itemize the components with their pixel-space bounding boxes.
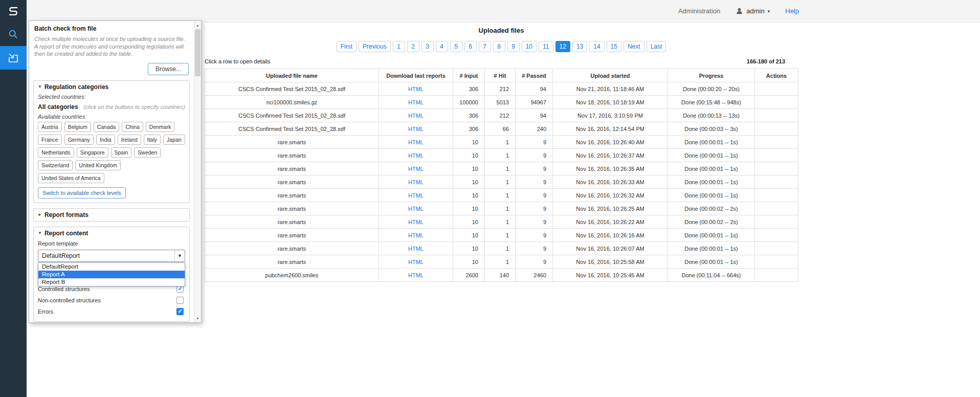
cell-actions <box>755 255 798 269</box>
page-button-next[interactable]: Next <box>623 41 644 52</box>
cell-passed: 94 <box>516 109 553 122</box>
country-button-france[interactable]: France <box>38 135 62 145</box>
page-button-1[interactable]: 1 <box>393 41 405 52</box>
dropdown-option-report-a[interactable]: Report A <box>38 271 185 278</box>
page-button-5[interactable]: 5 <box>450 41 462 52</box>
sidebar-item-batch-check[interactable] <box>0 46 27 70</box>
page-button-14[interactable]: 14 <box>589 41 604 52</box>
country-button-denmark[interactable]: Denmark <box>146 122 175 132</box>
download-html-link[interactable]: HTML <box>408 272 424 278</box>
country-button-sweden[interactable]: Sweden <box>134 147 161 158</box>
table-row[interactable]: rare.smartsHTML1019Nov 16, 2016, 10:26:2… <box>205 215 798 229</box>
cell-passed: 9 <box>516 136 553 149</box>
table-row[interactable]: rare.smartsHTML1019Nov 16, 2016, 10:26:3… <box>205 149 798 162</box>
report-formats-header[interactable]: ► Report formats <box>38 211 185 218</box>
cell-passed: 2460 <box>516 269 553 282</box>
page-button-13[interactable]: 13 <box>572 41 587 52</box>
user-menu[interactable]: admin ▾ <box>736 7 770 15</box>
page-button-previous[interactable]: Previous <box>359 41 391 52</box>
download-html-link[interactable]: HTML <box>408 259 424 265</box>
page-button-11[interactable]: 11 <box>539 41 553 52</box>
table-row[interactable]: rare.smartsHTML1019Nov 16, 2016, 10:26:1… <box>205 229 798 242</box>
country-button-germany[interactable]: Germany <box>64 135 94 145</box>
download-html-link[interactable]: HTML <box>408 246 424 252</box>
report-template-options: DefaultReportReport AReport B <box>38 262 185 286</box>
table-row[interactable]: rare.smartsHTML1019Nov 16, 2016, 10:26:0… <box>205 242 798 255</box>
download-html-link[interactable]: HTML <box>408 232 424 238</box>
page-button-2[interactable]: 2 <box>407 41 419 52</box>
help-link[interactable]: Help <box>785 7 799 15</box>
dropdown-option-report-b[interactable]: Report B <box>38 278 185 286</box>
page-button-first[interactable]: First <box>337 41 357 52</box>
country-button-japan[interactable]: Japan <box>163 135 185 145</box>
table-row[interactable]: pubchem2600.smilesHTML26001402460Nov 16,… <box>205 269 798 282</box>
download-html-link[interactable]: HTML <box>408 179 424 185</box>
download-html-link[interactable]: HTML <box>408 113 424 119</box>
page-button-10[interactable]: 10 <box>522 41 537 52</box>
table-row[interactable]: CSCS Confirmed Test Set 2015_02_28.sdfHT… <box>205 122 798 136</box>
regulation-categories-header[interactable]: ▼ Regulation categories <box>38 83 185 91</box>
report-content-header[interactable]: ▼ Report content <box>38 230 185 237</box>
download-html-link[interactable]: HTML <box>408 166 424 172</box>
checkbox-errors[interactable]: ✓ <box>176 308 184 315</box>
page-button-7[interactable]: 7 <box>479 41 491 52</box>
country-button-united-kingdom[interactable]: United Kingdom <box>75 160 121 170</box>
country-button-belgium[interactable]: Belgium <box>64 122 91 132</box>
page-button-3[interactable]: 3 <box>421 41 434 52</box>
country-button-spain[interactable]: Spain <box>111 147 132 158</box>
sidebar-item-search[interactable] <box>0 23 27 46</box>
page-button-15[interactable]: 15 <box>607 41 621 52</box>
page-button-8[interactable]: 8 <box>493 41 505 52</box>
dropdown-option-defaultreport[interactable]: DefaultReport <box>38 263 185 271</box>
download-html-link[interactable]: HTML <box>408 126 424 132</box>
download-html-link[interactable]: HTML <box>408 206 424 212</box>
cell-report: HTML <box>379 96 453 109</box>
download-html-link[interactable]: HTML <box>408 99 424 105</box>
country-button-ireland[interactable]: Ireland <box>118 135 141 145</box>
table-row[interactable]: CSCS Confirmed Test Set 2015_02_28.sdfHT… <box>205 109 798 122</box>
table-row[interactable]: nci100000.smiles.gzHTML100000501394967No… <box>205 96 798 109</box>
scroll-up-icon[interactable]: ▲ <box>194 21 201 29</box>
country-button-austria[interactable]: Austria <box>38 122 62 132</box>
checkbox-controlled-structures[interactable]: ✓ <box>176 285 184 293</box>
table-row[interactable]: rare.smartsHTML1019Nov 16, 2016, 10:26:3… <box>205 189 798 202</box>
administration-link[interactable]: Administration <box>678 7 720 15</box>
page-button-4[interactable]: 4 <box>436 41 448 52</box>
country-button-switzerland[interactable]: Switzerland <box>38 160 73 170</box>
download-html-link[interactable]: HTML <box>408 152 424 159</box>
browse-button[interactable]: Browse... <box>148 63 189 75</box>
table-row[interactable]: rare.smartsHTML1019Nov 16, 2016, 10:26:2… <box>205 202 798 215</box>
page-button-last[interactable]: Last <box>647 41 666 52</box>
country-button-singapore[interactable]: Singapore <box>77 147 108 158</box>
download-html-link[interactable]: HTML <box>408 86 424 92</box>
page-button-6[interactable]: 6 <box>464 41 477 52</box>
table-row[interactable]: CSCS Confirmed Test Set 2015_02_28.sdfHT… <box>205 82 798 96</box>
country-button-india[interactable]: India <box>96 135 115 145</box>
panel-scrollbar[interactable]: ▲ ▼ <box>194 21 201 322</box>
table-row[interactable]: rare.smartsHTML1019Nov 16, 2016, 10:26:3… <box>205 162 798 175</box>
table-row[interactable]: rare.smartsHTML1019Nov 16, 2016, 10:26:4… <box>205 136 798 149</box>
checkbox-non-controlled-structures[interactable] <box>176 297 184 304</box>
app-logo-icon[interactable] <box>0 0 27 23</box>
country-button-netherlands[interactable]: Netherlands <box>38 147 74 158</box>
cell-input: 10 <box>453 255 485 269</box>
scroll-down-icon[interactable]: ▼ <box>194 315 201 322</box>
report-template-select[interactable]: DefaultReport ▼ <box>38 250 185 262</box>
table-row[interactable]: rare.smartsHTML1019Nov 16, 2016, 10:25:5… <box>205 255 798 269</box>
page-button-12[interactable]: 12 <box>555 41 570 52</box>
download-html-link[interactable]: HTML <box>408 192 424 198</box>
pagination: FirstPrevious123456789101112131415NextLa… <box>205 41 798 52</box>
download-html-link[interactable]: HTML <box>408 139 424 145</box>
country-button-china[interactable]: China <box>122 122 143 132</box>
scrollbar-thumb[interactable] <box>195 29 201 76</box>
country-button-canada[interactable]: Canada <box>94 122 120 132</box>
country-button-united-states-of-america[interactable]: United States of America <box>38 173 104 183</box>
sidebar <box>0 0 27 397</box>
table-row[interactable]: rare.smartsHTML1019Nov 16, 2016, 10:26:3… <box>205 175 798 189</box>
page-title: Uploaded files <box>205 27 798 34</box>
page-button-9[interactable]: 9 <box>507 41 520 52</box>
country-button-italy[interactable]: Italy <box>144 135 161 145</box>
switch-check-levels-button[interactable]: Switch to available check levels <box>38 187 126 198</box>
cell-hit: 1 <box>485 215 516 229</box>
download-html-link[interactable]: HTML <box>408 219 424 225</box>
